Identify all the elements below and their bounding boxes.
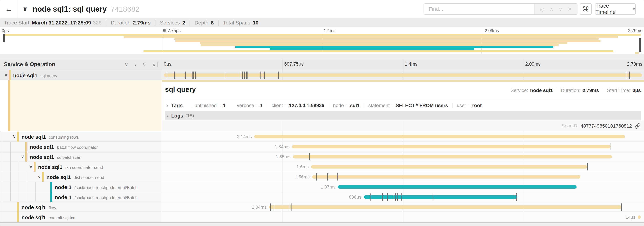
minimap-span-bar xyxy=(176,40,600,42)
span-bar[interactable] xyxy=(164,73,642,77)
service-name: node sql1 xyxy=(22,204,46,210)
span-bar[interactable] xyxy=(338,185,576,189)
log-marker xyxy=(514,193,514,201)
spanid-row: SpanID: 4877749850101760812 xyxy=(162,121,644,131)
span-tree-row[interactable]: ∨node sql1dist sender send xyxy=(0,172,162,182)
span-duration-label: 1.56ms xyxy=(295,172,310,182)
tag-key: client xyxy=(272,103,283,108)
log-marker xyxy=(174,72,175,79)
panel-splitter[interactable] xyxy=(162,59,162,222)
span-tree-row[interactable]: node 1/cockroach.roachpb.Internal/Batch xyxy=(0,192,162,202)
page-header: ← ∨ node sql1: sql query 7418682 ◎ ∧ ∨ ✕… xyxy=(0,0,644,18)
tree-chevron-icon[interactable]: ∨ xyxy=(38,172,41,182)
keyboard-shortcuts-button[interactable]: ⌘ xyxy=(580,3,592,15)
detail-meta-value: 0μs xyxy=(632,88,641,93)
span-timeline-row[interactable]: 1.6ms xyxy=(162,162,644,172)
indent-guide xyxy=(2,212,2,222)
log-marker xyxy=(387,193,388,201)
log-marker xyxy=(260,72,261,79)
logs-row[interactable]: › Logs (18) xyxy=(165,111,641,120)
minimap-span-bar xyxy=(3,34,641,36)
find-input[interactable] xyxy=(424,4,534,15)
span-color-bar xyxy=(9,70,10,80)
span-bar[interactable] xyxy=(269,205,622,209)
tags-row[interactable]: › Tags: _unfinished=1_verbose=1client=12… xyxy=(165,101,486,110)
tag-item: _verbose=1 xyxy=(230,103,267,108)
find-prev-icon[interactable]: ∧ xyxy=(550,6,554,12)
span-tree-row[interactable]: ∨node sql1sql query xyxy=(0,70,162,80)
minimap-left-handle[interactable] xyxy=(3,34,5,42)
view-selector-label: Trace Timeline xyxy=(596,3,630,15)
span-timeline-row[interactable]: 14μs xyxy=(162,212,644,222)
span-tree-row[interactable]: ∨node sql1colbatchscan xyxy=(0,152,162,162)
log-marker xyxy=(401,193,402,201)
log-marker xyxy=(192,72,192,79)
log-marker xyxy=(264,72,265,79)
span-bar[interactable] xyxy=(254,135,625,138)
tree-chevron-icon[interactable]: ∨ xyxy=(4,70,8,80)
span-timeline-row[interactable]: 1.84ms xyxy=(162,142,644,152)
trace-info-item: Services2 xyxy=(155,20,190,26)
service-name: node sql1 xyxy=(38,164,62,170)
span-bar[interactable] xyxy=(312,175,580,179)
locate-icon[interactable]: ◎ xyxy=(540,6,544,12)
minimap-span-bar xyxy=(201,44,558,46)
span-bar[interactable] xyxy=(638,215,641,219)
span-duration-label: 1.85ms xyxy=(276,152,290,162)
service-name: node sql1 xyxy=(22,134,46,140)
collapse-all-icon[interactable]: » xyxy=(142,63,147,66)
span-name: node sql1colbatchscan xyxy=(30,152,81,162)
tag-value: root xyxy=(472,103,482,108)
span-timeline-row[interactable] xyxy=(162,70,644,80)
indent-guide xyxy=(2,162,2,172)
minimap-right-handle[interactable] xyxy=(639,38,641,52)
span-timeline-row[interactable]: 2.04ms xyxy=(162,202,644,212)
find-clear-icon[interactable]: ✕ xyxy=(568,6,572,12)
span-tree-row[interactable]: node sql1batch flow coordinator xyxy=(0,142,162,152)
detail-left-gutter xyxy=(0,80,162,131)
trace-info-item: Duration2.79ms xyxy=(106,20,155,26)
trace-title-text: node sql1: sql query xyxy=(32,5,107,13)
trace-viewer: ← ∨ node sql1: sql query 7418682 ◎ ∧ ∨ ✕… xyxy=(0,0,644,226)
tree-chevron-icon[interactable]: ∨ xyxy=(13,132,16,141)
find-next-icon[interactable]: ∨ xyxy=(558,6,562,12)
view-selector-button[interactable]: Trace Timeline ∨ xyxy=(595,3,636,15)
span-timeline-row[interactable]: 1.37ms xyxy=(162,182,644,192)
span-tree-row[interactable]: node 1/cockroach.roachpb.Internal/Batch xyxy=(0,182,162,192)
span-duration-label: 1.6ms xyxy=(296,162,309,172)
span-tree-row[interactable]: node sql1flow xyxy=(0,202,162,212)
tree-chevron-icon[interactable]: ∨ xyxy=(29,162,32,172)
link-icon[interactable] xyxy=(635,123,640,129)
column-resizer[interactable] xyxy=(157,62,159,67)
span-color-bar xyxy=(42,172,44,182)
expand-all-icon[interactable]: » xyxy=(153,62,156,67)
log-marker xyxy=(338,173,338,180)
span-tree-row[interactable]: ∨node sql1consuming rows xyxy=(0,132,162,142)
log-marker xyxy=(194,72,194,79)
log-marker xyxy=(224,72,225,79)
span-bar[interactable] xyxy=(293,155,612,158)
span-timeline-row[interactable]: 2.14ms xyxy=(162,132,644,142)
trace-collapse-toggle[interactable]: ∨ xyxy=(22,0,28,18)
tree-chevron-icon[interactable]: ∨ xyxy=(21,152,24,162)
span-duration-label: 14μs xyxy=(626,212,635,222)
detail-meta-item: Service:node sql1 xyxy=(507,88,557,93)
span-bar[interactable] xyxy=(292,145,610,148)
span-timeline-row[interactable]: 886μs xyxy=(162,192,644,202)
log-marker xyxy=(316,173,317,180)
collapse-one-icon[interactable]: ∨ xyxy=(124,62,128,67)
log-marker xyxy=(432,193,433,201)
span-tree-row[interactable]: node sql1commit sql txn xyxy=(0,212,162,222)
expand-one-icon[interactable]: › xyxy=(135,62,136,67)
span-timeline-row[interactable]: 1.85ms xyxy=(162,152,644,162)
span-bar[interactable] xyxy=(311,165,587,168)
log-marker xyxy=(240,72,240,79)
trace-info-label: Trace Start xyxy=(4,20,29,26)
span-timeline-row[interactable]: 1.56ms xyxy=(162,172,644,182)
span-color-bar xyxy=(17,212,19,222)
span-color-bar xyxy=(17,132,19,141)
back-button[interactable]: ← xyxy=(0,0,18,18)
span-tree-row[interactable]: ∨node sql1txn coordinator send xyxy=(0,162,162,172)
minimap-canvas[interactable] xyxy=(3,34,641,54)
span-bar[interactable] xyxy=(364,195,517,199)
